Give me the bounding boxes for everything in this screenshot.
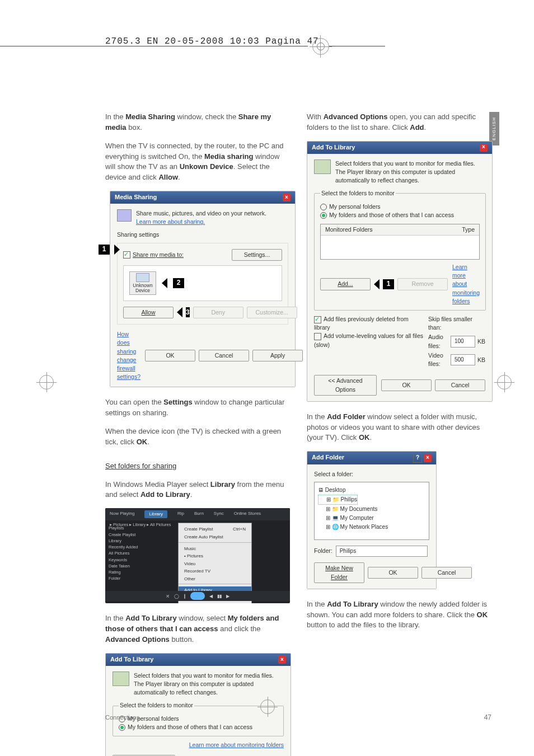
close-icon[interactable]: × (480, 144, 488, 152)
add-button[interactable]: Add... (320, 278, 371, 290)
ok-button[interactable]: OK (381, 379, 432, 391)
video-size-input[interactable]: 500 (451, 354, 475, 366)
advanced-collapse-button[interactable]: << Advanced Options (314, 375, 377, 395)
learn-monitoring-link[interactable]: Learn more about monitoring folders (189, 741, 284, 748)
dialog-title: Media Sharing (115, 193, 157, 202)
help-icon[interactable]: ? (413, 454, 422, 463)
left-column: In the Media Sharing window, check the S… (105, 112, 290, 756)
device-icon[interactable]: Unknown Device (129, 271, 156, 295)
share-checkbox[interactable] (123, 251, 130, 259)
deny-button[interactable]: Deny (193, 307, 243, 318)
add-to-library-dialog-2: Add To Library× Select folders that you … (307, 141, 493, 402)
registration-mark-bottom (260, 699, 275, 714)
right-column: With Advanced Options open, you can add … (307, 112, 491, 756)
customize-button[interactable]: Customize... (247, 307, 297, 318)
callout-1: 1 (383, 279, 394, 289)
close-icon[interactable]: × (278, 656, 286, 664)
ok-button[interactable]: OK (145, 350, 195, 361)
opt-others[interactable] (320, 212, 327, 219)
audio-size-input[interactable]: 100 (451, 336, 475, 348)
folder-input[interactable]: Philips (336, 546, 428, 557)
allow-button[interactable]: Allow (123, 307, 174, 318)
apply-button[interactable]: Apply (252, 350, 303, 361)
settings-button[interactable]: Settings... (232, 249, 282, 261)
callout-1: 1 (99, 245, 110, 255)
cancel-button[interactable]: Cancel (199, 350, 249, 361)
opt-personal[interactable] (320, 204, 327, 210)
chk-deleted[interactable] (314, 316, 321, 323)
folder-tree[interactable]: 🖥 Desktop ⊞ 📁 Philips ⊞ 📁 My Documents ⊞… (314, 482, 429, 540)
learn-more-link[interactable]: Learn more about sharing. (136, 218, 288, 226)
wmp-screenshot: Now Playing Library Rip Burn Sync Online… (105, 508, 290, 603)
ok-button[interactable]: OK (368, 567, 418, 579)
registration-mark-right (497, 375, 512, 389)
learn-monitoring-link[interactable]: Learn more about monitoring folders (452, 263, 480, 306)
header-rule-right (329, 46, 385, 46)
library-icon (113, 672, 129, 686)
callout-2: 2 (173, 278, 184, 288)
callout-3: 3 (186, 307, 190, 317)
firewall-link[interactable]: How does sharing change firewall setting… (117, 330, 140, 381)
remove-button[interactable]: Remove (397, 278, 448, 290)
new-folder-button[interactable]: Make New Folder (314, 562, 364, 583)
chk-volume[interactable] (314, 333, 321, 340)
set-folders-heading: Set folders for sharing (105, 461, 290, 472)
registration-mark-left (39, 375, 54, 389)
header-rule (0, 46, 308, 46)
close-icon[interactable]: × (283, 194, 291, 201)
registration-mark-top (312, 38, 329, 55)
opt-others[interactable] (119, 724, 125, 731)
cancel-button[interactable]: Cancel (435, 379, 485, 391)
footer-label: Connections (105, 713, 139, 722)
library-icon (314, 159, 331, 174)
page-number: 47 (484, 713, 491, 722)
close-icon[interactable]: × (424, 454, 432, 462)
media-sharing-dialog: Media Sharing× Share music, pictures, an… (110, 191, 296, 387)
cancel-button[interactable]: Cancel (421, 567, 472, 579)
media-icon (117, 209, 132, 222)
add-folder-dialog: Add Folder?× Select a folder: 🖥 Desktop … (307, 451, 437, 589)
